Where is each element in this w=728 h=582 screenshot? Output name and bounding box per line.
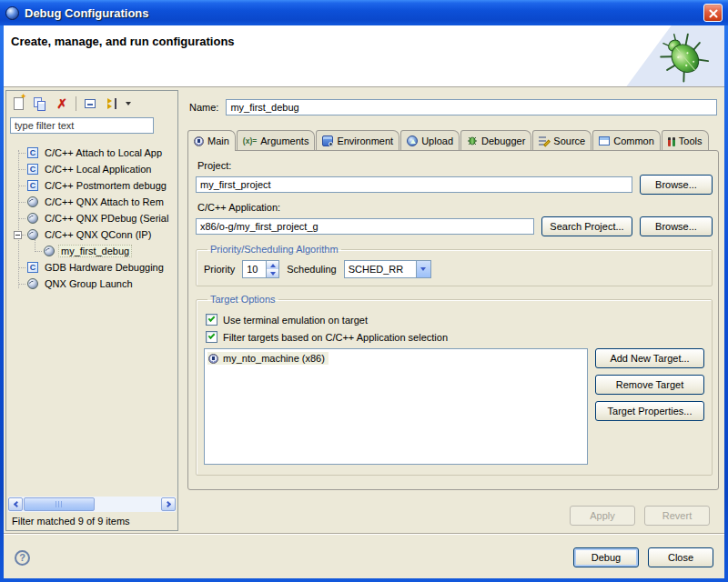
tree-item-cpp-local-application[interactable]: C C/C++ Local Application [6, 161, 177, 177]
duplicate-configuration-button[interactable] [32, 95, 48, 112]
remove-target-button[interactable]: Remove Target [595, 375, 704, 395]
tab-arguments[interactable]: (x)= Arguments [237, 130, 316, 150]
dialog-footer: ? Debug Close [4, 537, 724, 578]
priority-value[interactable]: 10 [242, 260, 266, 278]
down-arrow-icon [270, 272, 276, 276]
tab-environment[interactable]: Environment [316, 130, 399, 150]
header-banner: Create, manage, and run configurations [4, 25, 724, 87]
priority-scheduling-group: Priority/Scheduling Algorithm Priority 1… [196, 244, 713, 286]
spinner-up-button[interactable] [267, 261, 278, 269]
target-machine-icon [208, 354, 218, 364]
name-label: Name: [189, 102, 218, 113]
search-project-button[interactable]: Search Project... [541, 216, 632, 236]
delete-icon: ✗ [56, 97, 67, 110]
browse-application-button[interactable]: Browse... [640, 216, 713, 236]
banner-graphic [622, 25, 724, 86]
collapse-all-button[interactable] [82, 95, 98, 112]
name-input[interactable] [226, 99, 717, 115]
priority-spinner[interactable]: 10 [242, 260, 279, 278]
scheduling-value: SCHED_RR [344, 260, 416, 278]
new-configuration-button[interactable]: ✦ [10, 95, 26, 112]
apply-revert-row: Apply Revert [570, 506, 710, 526]
add-new-target-button[interactable]: Add New Target... [595, 348, 704, 368]
revert-button[interactable]: Revert [644, 506, 710, 526]
apply-button[interactable]: Apply [570, 506, 635, 526]
target-properties-button[interactable]: Target Properties... [595, 401, 704, 421]
upload-tab-icon [407, 135, 418, 146]
tree-item-qnx-attach-remote[interactable]: C/C++ QNX Attach to Rem [6, 194, 177, 210]
collapse-node-icon[interactable] [14, 231, 22, 239]
tree-item-cpp-attach-local[interactable]: C C/C++ Attach to Local App [6, 145, 177, 161]
filter-launch-configurations-button[interactable] [104, 95, 120, 112]
tree-item-cpp-postmortem[interactable]: C C/C++ Postmortem debugg [6, 177, 177, 194]
filter-match-status: Filter matched 9 of 9 items [6, 514, 177, 530]
arguments-tab-icon: (x)= [243, 136, 257, 146]
target-list-item[interactable]: my_nto_machine (x86) [207, 352, 329, 365]
tools-tab-icon [668, 135, 675, 146]
collapse-all-icon [85, 99, 96, 108]
project-input[interactable] [196, 176, 632, 193]
footer-separator [4, 533, 724, 535]
terminal-emulation-label: Use terminal emulation on target [223, 315, 368, 326]
title-bar[interactable]: Debug Configurations [0, 0, 728, 25]
tab-source[interactable]: Source [532, 130, 592, 150]
scheduling-dropdown[interactable]: SCHED_RR [344, 260, 431, 278]
window-title: Debug Configurations [25, 6, 703, 20]
tree-filter-input[interactable] [10, 117, 154, 134]
new-document-icon: ✦ [14, 97, 24, 110]
main-tab-icon [194, 136, 204, 146]
c-application-icon: C [27, 262, 38, 273]
dropdown-button[interactable] [416, 260, 431, 278]
beetle-icon [655, 29, 712, 84]
help-button[interactable]: ? [15, 550, 30, 566]
priority-group-title: Priority/Scheduling Algorithm [207, 244, 341, 255]
tab-common[interactable]: Common [592, 130, 661, 150]
tree-item-qnx-qconn-ip[interactable]: C/C++ QNX QConn (IP) [6, 226, 177, 243]
tree-connector-line [18, 150, 19, 288]
up-arrow-icon [270, 264, 276, 267]
window-icon [5, 6, 19, 20]
tree-horizontal-scrollbar[interactable] [8, 497, 176, 512]
tree-item-gdb-hardware-debugging[interactable]: C GDB Hardware Debugging [6, 259, 177, 276]
filter-dropdown-arrow-icon[interactable] [126, 102, 131, 105]
close-button[interactable]: Close [648, 547, 713, 567]
project-label: Project: [197, 160, 713, 171]
checkmark-icon [208, 315, 216, 322]
chevron-left-icon [13, 501, 19, 507]
scrollbar-thumb[interactable] [24, 497, 95, 511]
tab-tools[interactable]: Tools [662, 130, 709, 150]
scheduling-label: Scheduling [287, 264, 336, 275]
filter-targets-checkbox[interactable] [206, 331, 217, 343]
main-tab-content: Project: Browse... C/C++ Application: Se… [187, 150, 719, 490]
tree-item-qnx-group-launch[interactable]: QNX Group Launch [6, 276, 177, 292]
filter-targets-row: Filter targets based on C/C++ Applicatio… [206, 331, 704, 343]
close-window-button[interactable] [703, 4, 723, 22]
terminal-emulation-row: Use terminal emulation on target [206, 314, 704, 326]
scroll-left-button[interactable] [8, 497, 23, 511]
scroll-right-button[interactable] [161, 497, 176, 511]
priority-label: Priority [204, 264, 235, 275]
environment-tab-icon [322, 135, 333, 146]
question-mark-icon: ? [19, 552, 25, 563]
dialog-body: Create, manage, and run configurations [4, 25, 724, 578]
application-input[interactable] [196, 218, 534, 235]
browse-project-button[interactable]: Browse... [640, 175, 713, 195]
target-list[interactable]: my_nto_machine (x86) [204, 348, 588, 465]
source-tab-icon [539, 135, 550, 146]
checkmark-icon [208, 332, 216, 339]
spinner-down-button[interactable] [267, 269, 278, 277]
qnx-launch-icon [27, 196, 38, 207]
tab-debugger[interactable]: Debugger [460, 130, 531, 150]
tab-upload[interactable]: Upload [400, 130, 460, 150]
terminal-emulation-checkbox[interactable] [206, 314, 217, 326]
tree-item-my-first-debug[interactable]: my_first_debug [6, 243, 177, 259]
copy-icon [34, 97, 46, 111]
debug-button[interactable]: Debug [573, 547, 639, 567]
delete-configuration-button[interactable]: ✗ [54, 95, 70, 112]
target-group-title: Target Options [207, 294, 278, 305]
c-application-icon: C [27, 164, 38, 175]
filter-targets-label: Filter targets based on C/C++ Applicatio… [223, 332, 448, 343]
tree-item-qnx-pdebug-serial[interactable]: C/C++ QNX PDebug (Serial [6, 210, 177, 226]
target-options-group: Target Options Use terminal emulation on… [196, 294, 713, 476]
tab-main[interactable]: Main [187, 130, 236, 151]
